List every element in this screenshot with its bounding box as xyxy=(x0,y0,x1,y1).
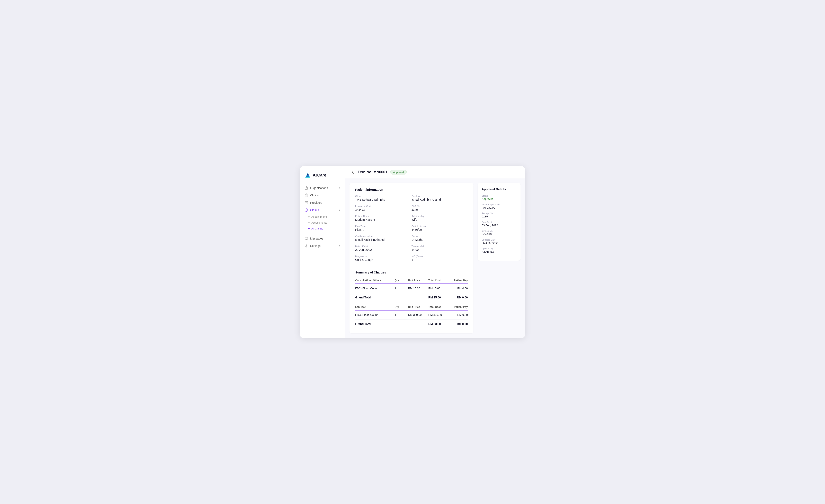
info-doctor: Doctor Dr Muthu xyxy=(411,235,468,241)
chevron-down-icon: ▾ xyxy=(339,186,340,189)
trxn-title: Trxn No. MN0001 xyxy=(358,170,387,174)
value-date-of-visit: 22 Jun, 2022 xyxy=(355,248,411,251)
dot-active-icon xyxy=(308,228,310,229)
row1-total-cost: RM 15.00 xyxy=(429,284,449,293)
label-insurance-code: Insurance Code xyxy=(355,205,411,207)
approval-label-updated-by: Updated By xyxy=(482,247,516,250)
charges-table-1: Consultation / Others Qty Unit Price Tot… xyxy=(355,277,468,302)
header-bar: Trxn No. MN0001 Approved xyxy=(345,166,525,178)
patient-info-card: Patient information Client TMS Software … xyxy=(350,183,473,333)
value-certificate-no: 3456/20 xyxy=(411,228,468,231)
approval-label-amount: Amount Approved xyxy=(482,203,516,206)
value-time-of-visit: 14:00 xyxy=(411,248,468,251)
subnav-label-assessments: Assessments xyxy=(311,221,327,224)
col-unit-price-2: Unit Price xyxy=(408,304,429,310)
grand-total-row-2: Grand Total RM 330.00 RM 0.00 xyxy=(355,319,468,329)
dot-icon xyxy=(308,222,310,223)
approval-panel: Approval Details Status Approved Amount … xyxy=(477,183,521,261)
charges-table-2: Lab Test Qty Unit Price Total Cost Patie… xyxy=(355,304,468,329)
sidebar-label-clinics: Clinics xyxy=(310,194,319,197)
table2-header-row: Lab Test Qty Unit Price Total Cost Patie… xyxy=(355,304,468,310)
svg-marker-2 xyxy=(306,173,309,175)
label-certificate-no: Certificate No. xyxy=(411,225,468,228)
approval-value-updated-by: Ali Ahmad xyxy=(482,250,516,253)
col-lab-test: Lab Test xyxy=(355,304,395,310)
approval-value-status: Approved xyxy=(482,197,516,200)
label-diagnostics: Diagnostics xyxy=(355,255,411,258)
sidebar-item-organisations[interactable]: Organisations ▾ xyxy=(300,184,345,192)
svg-rect-5 xyxy=(306,188,306,188)
status-badge: Approved xyxy=(390,170,407,174)
table-row: FBC (Blood Count) 1 RM 15.00 RM 15.00 RM… xyxy=(355,284,468,293)
label-plan-type: Plan Type xyxy=(355,225,411,228)
grand-total-cost-1: RM 15.00 xyxy=(429,293,449,302)
approval-value-updated-date: 25 Jun, 2022 xyxy=(482,241,516,244)
row1-name: FBC (Blood Count) xyxy=(355,284,395,293)
info-relationship: Relationship Wife xyxy=(411,215,468,221)
info-diagnostics: Diagnostics Cold & Cough xyxy=(355,255,411,261)
sidebar-label-providers: Providers xyxy=(310,201,322,204)
patient-info-title: Patient information xyxy=(355,188,468,191)
approval-title: Approval Details xyxy=(482,187,516,191)
row2-name: FBC (Blood Count) xyxy=(355,310,395,320)
approval-value-receipt: 0185 xyxy=(482,215,516,218)
info-client: Client TMS Software Sdn Bhd xyxy=(355,195,411,201)
claims-subnav: Appointments Assessments All Claims xyxy=(300,214,345,232)
value-diagnostics: Cold & Cough xyxy=(355,258,411,261)
value-relationship: Wife xyxy=(411,218,468,221)
table-row: FBC (Blood Count) 1 RM 330.00 RM 330.00 … xyxy=(355,310,468,320)
info-employee: Employee Ismail Kadir bin Ahamd xyxy=(411,195,468,201)
logo-area: ArCare xyxy=(300,172,345,184)
chevron-up-icon: ▴ xyxy=(339,208,340,211)
value-plan-type: Plan A xyxy=(355,228,411,231)
row1-unit-price: RM 15.00 xyxy=(408,284,429,293)
patient-info-grid: Client TMS Software Sdn Bhd Employee Ism… xyxy=(355,195,468,261)
charges-section: Summary of Charges Consultation / Others… xyxy=(355,271,468,329)
grand-total-unit-2 xyxy=(408,319,429,329)
label-staff-no: Staff No. xyxy=(411,205,468,207)
sidebar-item-claims[interactable]: Claims ▴ xyxy=(300,206,345,214)
grand-total-pay-1: RM 0.00 xyxy=(449,293,468,302)
row1-qty: 1 xyxy=(395,284,408,293)
sidebar-item-settings[interactable]: Settings ▾ xyxy=(300,242,345,250)
back-button[interactable] xyxy=(351,170,355,174)
col-patient-pay-2: Patient Pay xyxy=(449,304,468,310)
settings-icon xyxy=(304,244,308,248)
sidebar-item-clinics[interactable]: Clinics xyxy=(300,192,345,199)
value-employee: Ismail Kadir bin Ahamd xyxy=(411,198,468,201)
grand-total-qty-1 xyxy=(395,293,408,302)
value-doctor: Dr Muthu xyxy=(411,238,468,241)
sidebar-label-settings: Settings xyxy=(310,244,321,248)
approval-label-receipt: Receipt No. xyxy=(482,212,516,215)
label-employee: Employee xyxy=(411,195,468,197)
dot-icon xyxy=(308,216,310,218)
svg-rect-6 xyxy=(306,188,307,188)
value-patient-name: Mariam Kassim xyxy=(355,218,411,221)
sidebar-item-providers[interactable]: Providers xyxy=(300,199,345,206)
approval-value-amount: RM 330.00 xyxy=(482,206,516,209)
grand-total-cost-2: RM 330.00 xyxy=(429,319,449,329)
approval-invoice: Invoice No. INV-0185 xyxy=(482,230,516,236)
grand-total-label-1: Grand Total xyxy=(355,293,395,302)
row2-qty: 1 xyxy=(395,310,408,320)
main-panel: Patient information Client TMS Software … xyxy=(350,183,473,333)
row2-total-cost: RM 330.00 xyxy=(429,310,449,320)
label-date-of-visit: Date of Visit xyxy=(355,245,411,248)
label-client: Client xyxy=(355,195,411,197)
row2-patient-pay: RM 0.00 xyxy=(449,310,468,320)
back-arrow-icon xyxy=(351,170,355,174)
col-consultation: Consultation / Others xyxy=(355,277,395,284)
svg-point-14 xyxy=(305,208,308,212)
svg-rect-11 xyxy=(305,201,308,204)
col-qty-1: Qty xyxy=(395,277,408,284)
chevron-down-settings-icon: ▾ xyxy=(339,244,340,247)
sidebar-item-all-claims[interactable]: All Claims xyxy=(308,226,345,232)
sidebar-item-messages[interactable]: Messages xyxy=(300,235,345,242)
svg-rect-10 xyxy=(306,195,307,196)
approval-label-updated-date: Updated Date xyxy=(482,239,516,241)
sidebar-item-assessments[interactable]: Assessments xyxy=(308,220,345,226)
info-plan-type: Plan Type Plan A xyxy=(355,225,411,231)
col-qty-2: Qty xyxy=(395,304,408,310)
col-total-cost-2: Total Cost xyxy=(429,304,449,310)
sidebar-item-appointments[interactable]: Appointments xyxy=(308,214,345,220)
